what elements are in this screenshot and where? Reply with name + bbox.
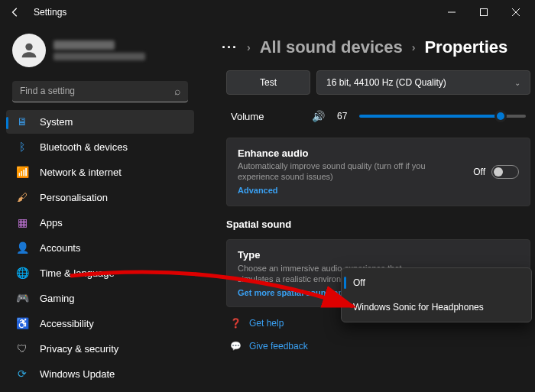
feedback-icon: 💬 — [229, 341, 242, 352]
nav-personalisation[interactable]: 🖌Personalisation — [6, 186, 194, 209]
volume-value: 67 — [337, 111, 347, 121]
shield-icon: 🛡 — [14, 340, 31, 357]
enhance-desc: Automatically improve sound quality (tur… — [238, 160, 452, 183]
close-button[interactable] — [500, 0, 532, 24]
nav-bluetooth[interactable]: ᛒBluetooth & devices — [6, 135, 194, 159]
search-input[interactable] — [20, 86, 174, 96]
nav-system[interactable]: 🖥System — [6, 110, 194, 134]
accounts-icon: 👤 — [14, 239, 31, 256]
format-dropdown[interactable]: 16 bit, 44100 Hz (CD Quality) ⌄ — [316, 70, 530, 95]
chevron-right-icon: › — [247, 41, 251, 53]
enhance-toggle[interactable] — [491, 165, 519, 179]
help-icon: ❓ — [229, 318, 242, 329]
titlebar: Settings — [0, 0, 535, 24]
back-button[interactable] — [3, 0, 28, 24]
globe-icon: 🌐 — [14, 264, 31, 281]
main-content: ··· › All sound devices › Properties Tes… — [197, 24, 535, 392]
breadcrumb-parent[interactable]: All sound devices — [260, 37, 403, 57]
nav-gaming[interactable]: 🎮Gaming — [6, 287, 194, 310]
chevron-right-icon: › — [412, 41, 416, 53]
speaker-icon[interactable]: 🔊 — [312, 110, 325, 122]
volume-label: Volume — [231, 111, 300, 122]
nav-apps[interactable]: ▦Apps — [6, 211, 194, 235]
search-box[interactable]: ⌕ — [12, 81, 188, 102]
nav-list: 🖥System ᛒBluetooth & devices 📶Network & … — [6, 110, 194, 386]
avatar — [12, 34, 46, 67]
nav-time-language[interactable]: 🌐Time & language — [6, 261, 194, 285]
app-title: Settings — [34, 7, 66, 18]
slider-thumb[interactable] — [494, 110, 507, 122]
apps-icon: ▦ — [14, 214, 31, 231]
svg-point-4 — [25, 44, 32, 50]
gaming-icon: 🎮 — [14, 290, 31, 306]
brush-icon: 🖌 — [14, 189, 31, 206]
nav-windows-update[interactable]: ⟳Windows Update — [6, 362, 194, 386]
chevron-down-icon: ⌄ — [514, 79, 520, 87]
test-button[interactable]: Test — [226, 70, 310, 95]
update-icon: ⟳ — [14, 365, 31, 382]
svg-rect-1 — [481, 9, 488, 16]
breadcrumb-more[interactable]: ··· — [222, 40, 238, 56]
spatial-title: Type — [238, 249, 519, 261]
spatial-section-header: Spatial sound — [226, 215, 530, 230]
sidebar: ⌕ 🖥System ᛒBluetooth & devices 📶Network … — [0, 24, 197, 392]
toggle-label: Off — [473, 167, 485, 177]
give-feedback-row[interactable]: 💬 Give feedback — [226, 339, 530, 353]
breadcrumb-current: Properties — [424, 37, 507, 57]
nav-privacy[interactable]: 🛡Privacy & security — [6, 337, 194, 361]
minimize-button[interactable] — [436, 0, 468, 24]
wifi-icon: 📶 — [14, 164, 31, 180]
flyout-option-sonic[interactable]: Windows Sonic for Headphones — [344, 295, 529, 319]
spatial-type-flyout: Off Windows Sonic for Headphones — [341, 267, 532, 322]
bluetooth-icon: ᛒ — [14, 138, 31, 155]
enhance-audio-card: Enhance audio Automatically improve soun… — [226, 138, 530, 206]
nav-accessibility[interactable]: ♿Accessibility — [6, 312, 194, 335]
enhance-title: Enhance audio — [238, 147, 473, 159]
breadcrumb: ··· › All sound devices › Properties — [203, 32, 535, 63]
system-icon: 🖥 — [14, 113, 31, 130]
accessibility-icon: ♿ — [14, 315, 31, 332]
volume-slider[interactable] — [359, 115, 526, 118]
flyout-option-off[interactable]: Off — [344, 271, 529, 295]
maximize-button[interactable] — [468, 0, 500, 24]
nav-network[interactable]: 📶Network & internet — [6, 160, 194, 184]
nav-accounts[interactable]: 👤Accounts — [6, 236, 194, 260]
profile-block[interactable] — [6, 31, 194, 76]
volume-row: Volume 🔊 67 — [226, 104, 530, 128]
advanced-link[interactable]: Advanced — [238, 186, 278, 195]
search-icon: ⌕ — [174, 85, 180, 97]
profile-text — [54, 40, 145, 60]
